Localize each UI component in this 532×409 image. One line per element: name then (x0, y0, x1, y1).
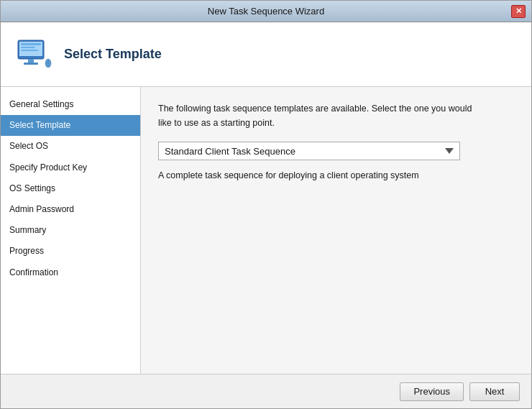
sidebar-item-progress[interactable]: Progress (1, 241, 140, 262)
content-area: General Settings Select Template Select … (1, 87, 531, 374)
window-title: New Task Sequence Wizard (21, 6, 511, 17)
svg-rect-4 (21, 50, 38, 51)
wizard-main-content: The following task sequence templates ar… (141, 87, 531, 374)
svg-rect-2 (21, 43, 41, 45)
template-select[interactable]: Standard Client Task SequenceStandard Cl… (158, 142, 460, 160)
svg-rect-6 (24, 63, 38, 65)
page-title: Select Template (64, 47, 162, 62)
sidebar-item-specify-product-key[interactable]: Specify Product Key (1, 157, 140, 178)
wizard-header: Select Template (1, 22, 531, 87)
close-button[interactable]: ✕ (511, 5, 526, 18)
description-text: The following task sequence templates ar… (158, 101, 474, 130)
titlebar: New Task Sequence Wizard ✕ (1, 1, 531, 22)
svg-rect-3 (21, 47, 35, 48)
wizard-sidebar: General Settings Select Template Select … (1, 87, 141, 374)
next-button[interactable]: Next (469, 382, 520, 401)
wizard-footer: Previous Next (1, 374, 531, 408)
sidebar-item-summary[interactable]: Summary (1, 220, 140, 241)
sidebar-item-confirmation[interactable]: Confirmation (1, 262, 140, 283)
wizard-window: New Task Sequence Wizard ✕ Select (0, 0, 532, 409)
template-description-text: A complete task sequence for deploying a… (158, 170, 514, 180)
sidebar-item-general-settings[interactable]: General Settings (1, 94, 140, 115)
sidebar-item-select-template[interactable]: Select Template (1, 115, 140, 136)
wizard-icon (15, 36, 52, 73)
previous-button[interactable]: Previous (400, 382, 464, 401)
sidebar-item-admin-password[interactable]: Admin Password (1, 199, 140, 220)
sidebar-item-os-settings[interactable]: OS Settings (1, 178, 140, 199)
template-dropdown-container: Standard Client Task SequenceStandard Cl… (158, 142, 514, 160)
sidebar-item-select-os[interactable]: Select OS (1, 136, 140, 157)
